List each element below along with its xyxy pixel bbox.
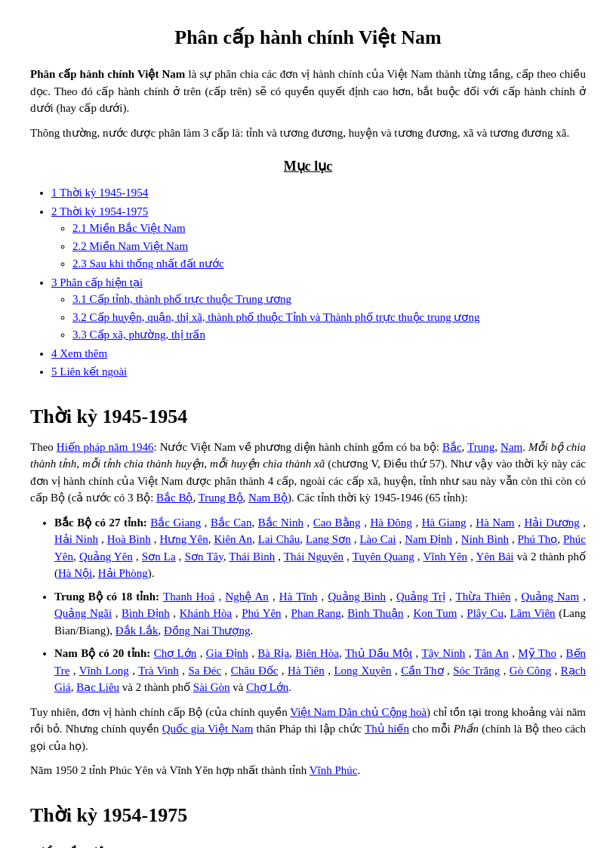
- bienhoa-link[interactable]: Biên Hòa: [295, 647, 339, 659]
- cantho-link[interactable]: Cần Thơ: [401, 665, 443, 677]
- toc-link-3-3[interactable]: 3.3 Cấp xã, phường, thị trấn: [72, 328, 205, 341]
- chaudoc-link[interactable]: Châu Đốc: [231, 665, 279, 677]
- yenbai-link[interactable]: Yên Bái: [476, 550, 514, 563]
- bullet-trungbo-end: .: [250, 624, 253, 637]
- baccan-link[interactable]: Bắc Can: [211, 517, 251, 529]
- saigon-link[interactable]: Sài Gòn: [193, 681, 230, 693]
- toc-link-2-2[interactable]: 2.2 Miền Nam Việt Nam: [72, 240, 188, 252]
- soctrang-link[interactable]: Sóc Trăng: [453, 665, 500, 677]
- binhtuan-link[interactable]: Bình Thuận: [347, 607, 403, 619]
- intro-paragraph2: Thông thường, nước được phân làm 3 cấp l…: [30, 125, 586, 142]
- hatien-link[interactable]: Hà Tiên: [288, 665, 325, 677]
- hienphap-link[interactable]: Hiến pháp năm 1946: [57, 441, 154, 453]
- vinhlong-link[interactable]: Vĩnh Long: [79, 665, 129, 677]
- toc-link-2[interactable]: 2 Thời kỳ 1954-1975: [51, 205, 148, 217]
- bullet-nambo-suffix: và 2 thành phố: [122, 681, 193, 693]
- quangbinh-link[interactable]: Quảng Bình: [328, 591, 386, 603]
- hatinh-link[interactable]: Hà Tĩnh: [279, 591, 318, 603]
- vinhyen-link[interactable]: Vĩnh Yên: [424, 550, 468, 563]
- thaibinh-link[interactable]: Thái Bình: [229, 550, 275, 563]
- phutho-link[interactable]: Phú Thọ: [518, 533, 558, 545]
- quangngai-link[interactable]: Quảng Ngãi: [54, 607, 112, 619]
- toc-link-5[interactable]: 5 Liên kết ngoài: [51, 365, 127, 378]
- toc-sub-3: 3.1 Cấp tỉnh, thành phố trực thuộc Trung…: [51, 291, 586, 344]
- toc-item-3-2: 3.2 Cấp huyện, quận, thị xã, thành phố t…: [72, 309, 586, 326]
- trung-link[interactable]: Trung: [467, 441, 494, 453]
- binhdinh-link[interactable]: Bình Định: [122, 607, 170, 619]
- baclieu-link[interactable]: Bạc Liêu: [76, 681, 119, 693]
- vndcch-link[interactable]: Việt Nam Dân chủ Cộng hoà: [290, 706, 427, 718]
- bullet-bacbo: Bắc Bộ có 27 tỉnh: Bắc Giang , Bắc Can, …: [54, 514, 586, 582]
- daklak-link[interactable]: Đắk Lắk: [116, 624, 159, 637]
- tayninh-link[interactable]: Tây Ninh: [422, 647, 466, 659]
- section1-para3-prefix: Năm 1950 2 tỉnh Phúc Yên và Vĩnh Yên hợp…: [30, 764, 310, 776]
- caobang-link[interactable]: Cao Bằng: [313, 517, 361, 529]
- gocong-link[interactable]: Gò Công: [510, 665, 551, 677]
- thuhien-link[interactable]: Thủ hiến: [365, 723, 409, 735]
- laichau-link[interactable]: Lai Châu: [258, 533, 300, 545]
- toc-link-2-1[interactable]: 2.1 Miền Bắc Việt Nam: [72, 222, 186, 234]
- bacgiang-link[interactable]: Bắc Giang: [150, 517, 201, 529]
- hanam-link[interactable]: Hà Nam: [476, 517, 514, 529]
- haiduong-link[interactable]: Hải Dương: [524, 517, 579, 529]
- cholon2-link[interactable]: Chợ Lớn: [246, 681, 288, 693]
- nam-link[interactable]: Nam: [500, 441, 522, 453]
- toc-link-2-3[interactable]: 2.3 Sau khi thống nhất đất nước: [72, 257, 224, 270]
- khanhhoa-link[interactable]: Khánh Hòa: [180, 607, 233, 619]
- phunrang-link[interactable]: Phan Rang: [291, 607, 341, 619]
- langson-link[interactable]: Lang Sơn: [306, 533, 351, 545]
- travinh-link[interactable]: Trà Vinh: [138, 665, 179, 677]
- toc-link-3-2[interactable]: 3.2 Cấp huyện, quận, thị xã, thành phố t…: [72, 311, 479, 323]
- playcu-link[interactable]: Plây Cu: [467, 607, 504, 619]
- ninhbinh-link[interactable]: Ninh Bình: [461, 533, 509, 545]
- section1-para3: Năm 1950 2 tỉnh Phúc Yên và Vĩnh Yên hợp…: [30, 762, 586, 779]
- thanhhoa-link[interactable]: Thanh Hoá: [163, 591, 214, 603]
- quangtri-link[interactable]: Quảng Trị: [396, 591, 445, 603]
- lamvien-link[interactable]: Lâm Viên: [510, 607, 555, 619]
- baria-link[interactable]: Bà Rịa: [257, 647, 289, 659]
- sonla-link[interactable]: Sơn La: [142, 550, 176, 563]
- toc-link-4[interactable]: 4 Xem thêm: [51, 347, 107, 359]
- sadec-link[interactable]: Sa Đéc: [188, 665, 221, 677]
- kienan-link[interactable]: Kiên An: [214, 533, 252, 545]
- toc-link-3[interactable]: 3 Phân cấp hiện tại: [51, 276, 143, 288]
- thudaumot-link[interactable]: Thủ Dầu Một: [345, 647, 412, 659]
- hadong-link[interactable]: Hà Đông: [370, 517, 411, 529]
- trungbo-link[interactable]: Trung Bộ: [199, 492, 243, 504]
- namdinh-link[interactable]: Nam Định: [405, 533, 452, 545]
- thuathien-link[interactable]: Thừa Thiên: [455, 591, 510, 603]
- bullet-bacbo-end: ).: [148, 567, 155, 579]
- phuyen-link[interactable]: Phú Yên: [242, 607, 281, 619]
- toc-item-2-3: 2.3 Sau khi thống nhất đất nước: [72, 255, 586, 273]
- laocai-link[interactable]: Lào Cai: [359, 533, 396, 545]
- thainguyen-link[interactable]: Thái Nguyên: [284, 550, 343, 563]
- kontum-link[interactable]: Kon Tum: [413, 607, 457, 619]
- mytho-link[interactable]: Mỹ Tho: [518, 647, 556, 659]
- sontay-link[interactable]: Sơn Tây: [185, 550, 223, 563]
- bac-link[interactable]: Bắc: [442, 441, 462, 453]
- tanan-link[interactable]: Tân An: [475, 647, 509, 659]
- bullet-trungbo: Trung Bộ có 18 tỉnh: Thanh Hoá , Nghệ An…: [54, 588, 586, 640]
- bacninh-link[interactable]: Bắc Ninh: [258, 517, 303, 529]
- hoabinh-link[interactable]: Hoà Bình: [107, 533, 151, 545]
- toc-link-3-1[interactable]: 3.1 Cấp tỉnh, thành phố trực thuộc Trung…: [72, 293, 291, 305]
- bullet-nambo-end: .: [288, 681, 291, 693]
- toc-link-1[interactable]: 1 Thời kỳ 1945-1954: [51, 187, 148, 199]
- dongnaithuong-link[interactable]: Đồng Nai Thượng: [164, 624, 250, 637]
- nambo-link[interactable]: Nam Bộ: [248, 492, 288, 504]
- cholon-link[interactable]: Chợ Lớn: [154, 647, 197, 659]
- nghean-link[interactable]: Nghệ An: [225, 591, 268, 603]
- quangnam-link[interactable]: Quảng Nam: [522, 591, 580, 603]
- hanoi-link[interactable]: Hà Nội: [58, 567, 92, 579]
- giacinh-link[interactable]: Gia Định: [206, 647, 248, 659]
- hagiang-link[interactable]: Hà Giang: [422, 517, 467, 529]
- tuyenquang-link[interactable]: Tuyên Quang: [353, 550, 414, 563]
- quangyen-link[interactable]: Quảng Yên: [79, 550, 133, 563]
- hungyen-link[interactable]: Hưng Yên: [159, 533, 208, 545]
- longxuyen-link[interactable]: Long Xuyên: [334, 665, 391, 677]
- haiphong-link[interactable]: Hải Phòng: [98, 567, 148, 579]
- qgvn-link[interactable]: Quốc gia Việt Nam: [162, 723, 254, 735]
- haininh-link[interactable]: Hải Ninh: [54, 533, 98, 545]
- vinhphuc-link[interactable]: Vĩnh Phúc: [310, 764, 358, 776]
- bacbo-link[interactable]: Bắc Bộ: [156, 492, 192, 504]
